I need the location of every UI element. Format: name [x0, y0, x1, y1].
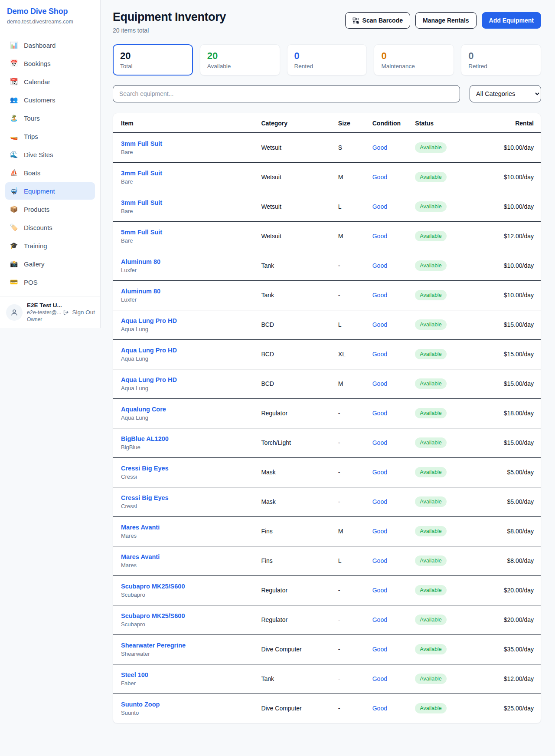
- item-rental: $15.00/day: [490, 310, 541, 339]
- stat-card-retired[interactable]: 0 Retired: [461, 44, 541, 76]
- stat-value: 0: [468, 50, 534, 62]
- item-condition[interactable]: Good: [366, 133, 408, 162]
- item-condition[interactable]: Good: [366, 487, 408, 516]
- sidebar-item-dashboard[interactable]: 📊 Dashboard: [5, 36, 95, 54]
- item-link[interactable]: Steel 100: [121, 671, 247, 678]
- item-rental: $10.00/day: [490, 162, 541, 192]
- column-header-category: Category: [254, 113, 331, 133]
- item-brand: Suunto: [121, 710, 247, 716]
- stat-card-available[interactable]: 20 Available: [200, 44, 280, 76]
- table-row: 3mm Full Suit Bare Wetsuit M Good Availa…: [113, 162, 541, 192]
- table-row: Aluminum 80 Luxfer Tank - Good Available…: [113, 280, 541, 310]
- item-condition[interactable]: Good: [366, 251, 408, 280]
- stat-label: Rented: [294, 63, 360, 69]
- column-header-condition: Condition: [366, 113, 408, 133]
- item-condition[interactable]: Good: [366, 605, 408, 634]
- item-condition[interactable]: Good: [366, 221, 408, 251]
- sidebar-item-tours[interactable]: 🏝️ Tours: [5, 109, 95, 127]
- item-link[interactable]: Scubapro MK25/S600: [121, 583, 247, 590]
- user-meta: E2E Test U... e2e-tester@... Owner: [27, 302, 59, 322]
- sidebar-item-discounts[interactable]: 🏷️ Discounts: [5, 219, 95, 236]
- item-link[interactable]: 3mm Full Suit: [121, 140, 247, 147]
- search-input[interactable]: [113, 85, 460, 102]
- sidebar-item-trips[interactable]: 🚤 Trips: [5, 128, 95, 145]
- item-condition[interactable]: Good: [366, 369, 408, 398]
- item-category: Dive Computer: [254, 634, 331, 664]
- sidebar-item-dive-sites[interactable]: 🌊 Dive Sites: [5, 146, 95, 163]
- sidebar-item-calendar[interactable]: 📆 Calendar: [5, 73, 95, 90]
- item-condition[interactable]: Good: [366, 192, 408, 221]
- stat-card-rented[interactable]: 0 Rented: [287, 44, 367, 76]
- item-link[interactable]: Aqua Lung Pro HD: [121, 347, 247, 354]
- sidebar-item-products[interactable]: 📦 Products: [5, 201, 95, 218]
- item-link[interactable]: 3mm Full Suit: [121, 170, 247, 177]
- item-condition[interactable]: Good: [366, 634, 408, 664]
- item-size: L: [331, 192, 366, 221]
- item-category: Dive Computer: [254, 694, 331, 723]
- item-brand: Aqua Lung: [121, 326, 247, 332]
- sidebar-item-label: Dive Sites: [24, 151, 53, 158]
- category-select[interactable]: All Categories: [470, 85, 541, 102]
- item-size: -: [331, 251, 366, 280]
- brand-title[interactable]: Demo Dive Shop: [7, 7, 93, 16]
- package-icon: 📦: [10, 205, 18, 213]
- item-condition[interactable]: Good: [366, 575, 408, 605]
- item-size: -: [331, 634, 366, 664]
- item-brand: Bare: [121, 149, 247, 155]
- item-link[interactable]: Aluminum 80: [121, 288, 247, 295]
- item-link[interactable]: Aluminum 80: [121, 258, 247, 265]
- item-category: Fins: [254, 516, 331, 546]
- diving-mask-icon: 🤿: [10, 187, 18, 195]
- item-link[interactable]: Shearwater Peregrine: [121, 642, 247, 649]
- sidebar-item-training[interactable]: 🎓 Training: [5, 237, 95, 254]
- item-condition[interactable]: Good: [366, 428, 408, 457]
- item-condition[interactable]: Good: [366, 516, 408, 546]
- item-category: Regulator: [254, 575, 331, 605]
- item-rental: $15.00/day: [490, 339, 541, 369]
- bar-chart-icon: 📊: [10, 41, 18, 49]
- item-condition[interactable]: Good: [366, 310, 408, 339]
- sidebar-item-equipment[interactable]: 🤿 Equipment: [5, 182, 95, 200]
- status-badge: Available: [415, 585, 447, 595]
- item-link[interactable]: Aqua Lung Pro HD: [121, 317, 247, 324]
- user-block: E2E Test U... e2e-tester@... Owner Sign …: [0, 296, 100, 328]
- manage-rentals-button[interactable]: Manage Rentals: [415, 12, 477, 29]
- item-condition[interactable]: Good: [366, 546, 408, 575]
- status-badge: Available: [415, 349, 447, 359]
- item-condition[interactable]: Good: [366, 162, 408, 192]
- scan-barcode-button[interactable]: Scan Barcode: [345, 12, 410, 29]
- item-link[interactable]: 5mm Full Suit: [121, 229, 247, 236]
- item-condition[interactable]: Good: [366, 457, 408, 487]
- item-link[interactable]: 3mm Full Suit: [121, 199, 247, 206]
- item-link[interactable]: Mares Avanti: [121, 553, 247, 560]
- item-link[interactable]: BigBlue AL1200: [121, 435, 247, 442]
- item-condition[interactable]: Good: [366, 339, 408, 369]
- sidebar-item-bookings[interactable]: 📅 Bookings: [5, 55, 95, 72]
- item-link[interactable]: Scubapro MK25/S600: [121, 612, 247, 619]
- sign-out-button[interactable]: Sign Out: [63, 309, 95, 316]
- sidebar-item-boats[interactable]: ⛵ Boats: [5, 164, 95, 181]
- status-badge: Available: [415, 644, 447, 654]
- user-name: E2E Test U...: [27, 302, 59, 309]
- sidebar-item-pos[interactable]: 💳 POS: [5, 273, 95, 291]
- item-size: -: [331, 428, 366, 457]
- item-condition[interactable]: Good: [366, 664, 408, 694]
- item-condition[interactable]: Good: [366, 280, 408, 310]
- sidebar-item-gallery[interactable]: 📸 Gallery: [5, 255, 95, 273]
- item-condition[interactable]: Good: [366, 694, 408, 723]
- item-link[interactable]: Aqua Lung Pro HD: [121, 376, 247, 383]
- item-link[interactable]: Suunto Zoop: [121, 701, 247, 708]
- item-condition[interactable]: Good: [366, 398, 408, 428]
- item-rental: $15.00/day: [490, 428, 541, 457]
- item-rental: $10.00/day: [490, 192, 541, 221]
- item-link[interactable]: Cressi Big Eyes: [121, 494, 247, 501]
- stat-card-total[interactable]: 20 Total: [113, 44, 193, 76]
- item-link[interactable]: Mares Avanti: [121, 524, 247, 531]
- add-equipment-button[interactable]: Add Equipment: [482, 12, 541, 29]
- stat-card-maintenance[interactable]: 0 Maintenance: [374, 44, 454, 76]
- item-category: Torch/Light: [254, 428, 331, 457]
- item-brand: Aqua Lung: [121, 355, 247, 362]
- item-link[interactable]: Cressi Big Eyes: [121, 465, 247, 472]
- item-link[interactable]: Aqualung Core: [121, 406, 247, 413]
- sidebar-item-customers[interactable]: 👥 Customers: [5, 91, 95, 108]
